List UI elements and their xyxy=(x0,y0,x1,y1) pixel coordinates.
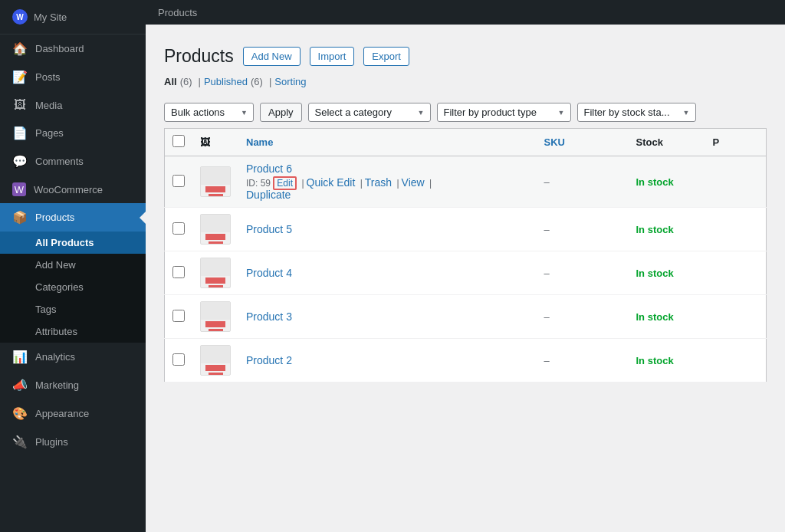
submenu-label: Categories xyxy=(35,281,84,293)
duplicate-link[interactable]: Duplicate xyxy=(246,189,291,201)
category-select[interactable]: Select a category xyxy=(308,103,431,122)
product-name-link[interactable]: Product 2 xyxy=(246,354,292,366)
product-price-cell xyxy=(705,156,767,208)
sidebar-item-comments[interactable]: 💬 Comments xyxy=(0,147,146,176)
sidebar-item-label: Comments xyxy=(35,156,84,167)
row-checkbox-cell xyxy=(165,295,193,339)
product-sku-cell: – xyxy=(537,339,629,383)
site-logo[interactable]: W My Site xyxy=(0,0,146,34)
page-heading: Products xyxy=(164,46,234,67)
sidebar-item-plugins[interactable]: 🔌 Plugins xyxy=(0,428,146,456)
row-checkbox-cell xyxy=(165,208,193,251)
dashboard-icon: 🏠 xyxy=(12,41,28,56)
trash-link[interactable]: Trash xyxy=(365,176,392,189)
tab-sorting[interactable]: Sorting xyxy=(274,76,306,87)
add-new-button[interactable]: Add New xyxy=(243,47,301,66)
filter-tabs: All (6) | Published (6) | Sorting xyxy=(164,76,767,87)
sidebar-item-media[interactable]: 🖼 Media xyxy=(0,91,146,119)
filter-bar: Bulk actions Edit Move to Trash Apply Se… xyxy=(164,97,767,128)
product-sku-cell: – xyxy=(537,295,629,339)
sidebar-item-dashboard[interactable]: 🏠 Dashboard xyxy=(0,34,146,63)
row-checkbox[interactable] xyxy=(172,175,185,187)
active-arrow xyxy=(140,212,146,224)
plugins-icon: 🔌 xyxy=(12,435,28,449)
stock-status: In stock xyxy=(636,355,674,366)
sidebar-item-label: Media xyxy=(35,100,62,111)
sidebar-item-marketing[interactable]: 📣 Marketing xyxy=(0,371,146,399)
product-price-cell xyxy=(705,295,767,339)
th-image: 🖼 xyxy=(192,129,238,156)
sidebar-item-label: Appearance xyxy=(35,408,89,419)
product-name-cell: Product 2 xyxy=(238,339,537,383)
sidebar-item-label: WooCommerce xyxy=(34,184,103,195)
row-checkbox[interactable] xyxy=(172,310,185,322)
th-name[interactable]: Name xyxy=(238,129,537,156)
product-name-link[interactable]: Product 6 xyxy=(246,163,292,175)
submenu-tags[interactable]: Tags xyxy=(0,298,146,320)
submenu-all-products[interactable]: All Products xyxy=(0,232,146,254)
sep3: (6) xyxy=(251,76,263,87)
sidebar-item-appearance[interactable]: 🎨 Appearance xyxy=(0,399,146,428)
sidebar: W My Site 🏠 Dashboard 📝 Posts 🖼 Media 📄 … xyxy=(0,0,146,532)
view-link[interactable]: View xyxy=(402,176,425,189)
sidebar-item-woocommerce[interactable]: W WooCommerce xyxy=(0,176,146,203)
submenu-add-new[interactable]: Add New xyxy=(0,254,146,276)
row-checkbox-cell xyxy=(165,251,193,295)
submenu-categories[interactable]: Categories xyxy=(0,276,146,298)
product-sku: – xyxy=(544,311,550,323)
bulk-actions-select[interactable]: Bulk actions Edit Move to Trash xyxy=(164,103,254,122)
stock-status: In stock xyxy=(636,268,674,279)
tab-all[interactable]: All xyxy=(164,76,177,87)
sidebar-item-label: Products xyxy=(35,212,74,223)
th-price: P xyxy=(705,129,767,156)
product-sku: – xyxy=(544,224,550,235)
stock-status-select[interactable]: Filter by stock sta... In stock Out of s… xyxy=(577,103,696,122)
tab-published[interactable]: Published xyxy=(204,76,248,87)
name-sort-link[interactable]: Name xyxy=(246,136,273,148)
sidebar-item-posts[interactable]: 📝 Posts xyxy=(0,63,146,91)
th-sku[interactable]: SKU xyxy=(537,129,629,156)
bulk-actions-wrap: Bulk actions Edit Move to Trash xyxy=(164,103,254,122)
category-select-wrap: Select a category xyxy=(308,103,431,122)
product-type-select-wrap: Filter by product type Simple product Va… xyxy=(437,103,571,122)
quick-edit-link[interactable]: Quick Edit xyxy=(307,176,356,189)
pages-icon: 📄 xyxy=(12,126,28,140)
product-name-link[interactable]: Product 5 xyxy=(246,223,292,235)
submenu-attributes[interactable]: Attributes xyxy=(0,320,146,343)
product-image-cell xyxy=(192,295,238,339)
stock-status-select-wrap: Filter by stock sta... In stock Out of s… xyxy=(577,103,696,122)
sidebar-item-label: Posts xyxy=(35,71,61,83)
sidebar-item-label: Dashboard xyxy=(35,43,84,54)
products-icon: 📦 xyxy=(12,210,28,225)
product-name-cell: Product 6 ID: 59 Edit |Quick Edit |Trash… xyxy=(238,156,537,208)
import-button[interactable]: Import xyxy=(310,47,355,66)
sidebar-item-analytics[interactable]: 📊 Analytics xyxy=(0,343,146,371)
product-id: ID: 59 xyxy=(246,178,271,189)
row-actions: ID: 59 Edit |Quick Edit |Trash |View | D… xyxy=(246,176,529,201)
product-stock-cell: In stock xyxy=(629,251,705,295)
comments-icon: 💬 xyxy=(12,154,28,169)
product-name-cell: Product 4 xyxy=(238,251,537,295)
row-checkbox[interactable] xyxy=(172,266,185,278)
content-area: Products Add New Import Export All (6) |… xyxy=(146,25,785,532)
row-checkbox[interactable] xyxy=(172,353,185,366)
product-name-cell: Product 5 xyxy=(238,208,537,251)
select-all-checkbox[interactable] xyxy=(172,135,185,147)
row-checkbox-cell xyxy=(165,156,193,208)
stock-status: In stock xyxy=(636,176,674,188)
sku-sort-link[interactable]: SKU xyxy=(544,136,565,148)
sidebar-item-label: Marketing xyxy=(35,379,79,391)
product-name-link[interactable]: Product 4 xyxy=(246,267,292,279)
sidebar-item-pages[interactable]: 📄 Pages xyxy=(0,119,146,147)
site-name-label: My Site xyxy=(34,11,67,23)
row-checkbox[interactable] xyxy=(172,222,185,235)
apply-button[interactable]: Apply xyxy=(260,103,302,122)
sep2: | xyxy=(199,76,201,87)
export-button[interactable]: Export xyxy=(363,47,409,66)
product-stock-cell: In stock xyxy=(629,208,705,251)
stock-status: In stock xyxy=(636,311,674,323)
product-type-select[interactable]: Filter by product type Simple product Va… xyxy=(437,103,571,122)
product-name-link[interactable]: Product 3 xyxy=(246,310,292,323)
products-submenu: All Products Add New Categories Tags Att… xyxy=(0,232,146,343)
sidebar-item-products[interactable]: 📦 Products xyxy=(0,203,146,232)
